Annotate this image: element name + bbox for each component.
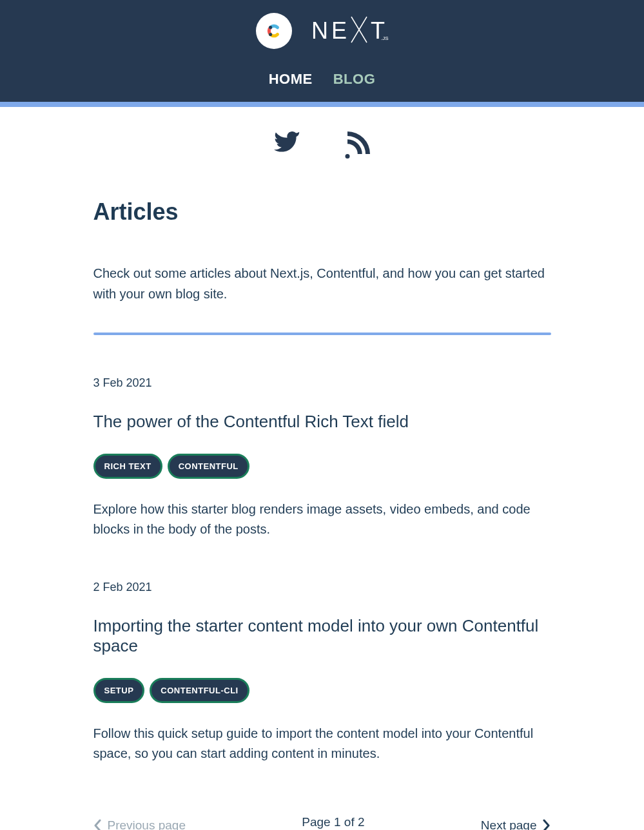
tag[interactable]: SETUP	[93, 678, 145, 703]
divider	[93, 333, 551, 335]
post-excerpt: Explore how this starter blog renders im…	[93, 499, 551, 539]
post-tags: RICH TEXT CONTENTFUL	[93, 454, 551, 479]
page-title: Articles	[93, 198, 551, 226]
post-date: 3 Feb 2021	[93, 376, 551, 390]
prev-page-button: Previous page	[93, 818, 186, 830]
post-item: 3 Feb 2021 The power of the Contentful R…	[93, 376, 551, 539]
social-links	[0, 107, 644, 168]
prev-label: Previous page	[108, 818, 186, 830]
main-nav: HOME BLOG	[0, 62, 644, 102]
svg-point-0	[269, 26, 272, 29]
nav-home[interactable]: HOME	[269, 71, 313, 88]
post-title[interactable]: The power of the Contentful Rich Text fi…	[93, 412, 551, 432]
logo-row: NE T .JS	[0, 12, 644, 62]
post-date: 2 Feb 2021	[93, 581, 551, 594]
contentful-logo-icon[interactable]	[256, 13, 292, 49]
post-tags: SETUP CONTENTFUL-CLI	[93, 678, 551, 703]
tag[interactable]: CONTENTFUL-CLI	[150, 678, 249, 703]
svg-text:NE: NE	[311, 17, 350, 44]
rss-icon[interactable]	[343, 131, 370, 161]
page-indicator: Page 1 of 2	[302, 815, 364, 830]
page-intro: Check out some articles about Next.js, C…	[93, 263, 551, 304]
tag[interactable]: RICH TEXT	[93, 454, 162, 479]
post-title[interactable]: Importing the starter content model into…	[93, 616, 551, 656]
twitter-icon[interactable]	[274, 131, 301, 161]
next-page-button[interactable]: Next page	[481, 818, 551, 830]
tag[interactable]: CONTENTFUL	[168, 454, 249, 479]
main-content: Articles Check out some articles about N…	[93, 198, 551, 830]
post-item: 2 Feb 2021 Importing the starter content…	[93, 581, 551, 764]
svg-point-1	[269, 33, 272, 36]
svg-text:.JS: .JS	[381, 35, 389, 41]
nav-blog[interactable]: BLOG	[333, 71, 376, 88]
header-accent-bar	[0, 102, 644, 107]
site-header: NE T .JS HOME BLOG	[0, 0, 644, 107]
nextjs-logo-icon[interactable]: NE T .JS	[311, 12, 389, 50]
pagination: Previous page Page 1 of 2 Next page	[93, 815, 551, 830]
next-label: Next page	[481, 818, 537, 830]
post-excerpt: Follow this quick setup guide to import …	[93, 724, 551, 764]
